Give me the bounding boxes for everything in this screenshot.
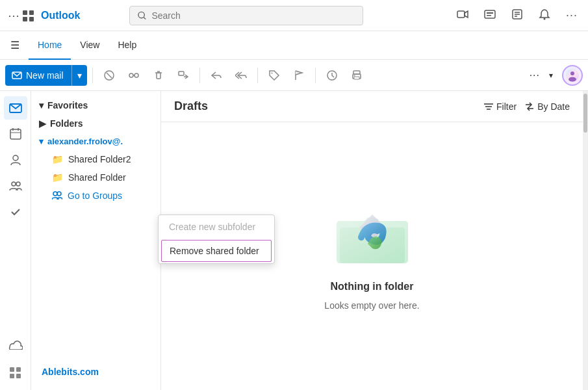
svg-point-34 bbox=[569, 77, 576, 81]
svg-point-25 bbox=[271, 72, 272, 73]
content-title: Drafts bbox=[174, 99, 208, 113]
sidebar-onedrive-icon[interactable] bbox=[4, 333, 27, 356]
flag-button[interactable] bbox=[288, 66, 310, 85]
svg-rect-36 bbox=[10, 129, 21, 139]
sidebar-mail-icon[interactable] bbox=[4, 96, 27, 120]
read-icon[interactable] bbox=[481, 6, 498, 25]
apps-grid-icon[interactable]: ⋯ bbox=[8, 8, 34, 23]
account-chevron: ▾ bbox=[39, 136, 44, 146]
svg-rect-1 bbox=[29, 10, 34, 15]
ribbon: ☰ Home View Help bbox=[0, 31, 588, 60]
filter-label: Filter bbox=[496, 101, 517, 112]
tab-home[interactable]: Home bbox=[29, 31, 71, 60]
new-mail-arrow-icon: ▾ bbox=[77, 70, 82, 81]
sidebar-apps-icon[interactable] bbox=[4, 361, 27, 385]
print-button[interactable] bbox=[346, 66, 368, 85]
svg-point-47 bbox=[53, 192, 57, 196]
junk-button[interactable] bbox=[98, 66, 120, 85]
title-bar: ⋯ Outlook ··· bbox=[0, 0, 588, 31]
svg-line-18 bbox=[107, 73, 112, 78]
search-input[interactable] bbox=[151, 10, 355, 21]
svg-point-20 bbox=[134, 73, 138, 77]
search-icon bbox=[138, 11, 146, 20]
svg-marker-7 bbox=[465, 11, 468, 18]
content-header-actions: Filter By Date bbox=[483, 101, 570, 112]
sidebar-tasks-icon[interactable] bbox=[4, 200, 27, 224]
svg-rect-0 bbox=[23, 10, 27, 15]
toolbar-sep-4 bbox=[315, 68, 316, 83]
notes-icon[interactable] bbox=[509, 6, 526, 25]
tag-button[interactable] bbox=[263, 66, 285, 85]
svg-rect-45 bbox=[10, 374, 14, 378]
empty-state-title: Nothing in folder bbox=[331, 281, 414, 292]
svg-rect-6 bbox=[457, 11, 465, 18]
hamburger-button[interactable]: ☰ bbox=[5, 34, 25, 57]
svg-rect-22 bbox=[157, 73, 160, 79]
svg-rect-3 bbox=[29, 17, 34, 21]
context-menu: Create new subfolder Remove shared folde… bbox=[158, 214, 275, 264]
go-to-groups[interactable]: Go to Groups bbox=[31, 187, 160, 205]
svg-line-5 bbox=[144, 17, 146, 19]
favorites-label: Favorites bbox=[47, 100, 88, 110]
folders-chevron: ▶ bbox=[39, 118, 46, 129]
toolbar: New mail ▾ ··· ▾ bbox=[0, 60, 588, 91]
delete-button[interactable] bbox=[147, 66, 170, 85]
reply-button[interactable] bbox=[205, 66, 227, 85]
scrollbar-thumb[interactable] bbox=[583, 94, 587, 133]
account-section[interactable]: ▾ alexander.frolov@. bbox=[31, 133, 160, 150]
shared-folder2-item[interactable]: 📁 Shared Folder2 bbox=[31, 150, 160, 168]
tab-help[interactable]: Help bbox=[109, 31, 146, 60]
groups-label: Go to Groups bbox=[68, 190, 122, 201]
filter-button[interactable]: Filter bbox=[483, 101, 517, 112]
account-label: alexander.frolov@. bbox=[47, 136, 123, 146]
more-icon[interactable]: ··· bbox=[563, 6, 580, 25]
bell-icon[interactable] bbox=[536, 6, 553, 25]
empty-state-subtitle: Looks empty over here. bbox=[324, 300, 419, 311]
new-mail-dropdown[interactable]: ▾ bbox=[71, 65, 87, 86]
sidebar-calendar-icon[interactable] bbox=[4, 122, 27, 146]
sort-label: By Date bbox=[537, 101, 570, 112]
account-button[interactable] bbox=[562, 65, 583, 86]
favorites-chevron: ▾ bbox=[39, 100, 44, 110]
reply-all-button[interactable] bbox=[230, 66, 252, 85]
create-subfolder-item[interactable]: Create new subfolder bbox=[159, 215, 274, 239]
svg-point-4 bbox=[138, 12, 144, 18]
move-button[interactable] bbox=[172, 66, 194, 85]
svg-point-33 bbox=[570, 72, 574, 75]
scrollbar[interactable] bbox=[583, 91, 588, 390]
remove-shared-folder-item[interactable]: Remove shared folder bbox=[161, 240, 272, 262]
toolbar-sep-1 bbox=[92, 68, 93, 83]
send-receive-button[interactable] bbox=[321, 66, 343, 85]
meet-now-icon[interactable] bbox=[454, 6, 471, 25]
groups-icon bbox=[52, 190, 62, 201]
ribbon-nav: Home View Help bbox=[29, 31, 146, 60]
sidebar-groups-icon[interactable] bbox=[4, 174, 27, 198]
toolbar-sep-2 bbox=[199, 68, 200, 83]
svg-point-48 bbox=[57, 192, 61, 196]
svg-rect-8 bbox=[485, 10, 495, 18]
svg-point-31 bbox=[353, 75, 355, 76]
categorize-button[interactable] bbox=[123, 66, 145, 85]
shared-folder-item[interactable]: 📁 Shared Folder bbox=[31, 168, 160, 187]
folders-section[interactable]: ▶ Folders bbox=[31, 114, 160, 133]
folders-label: Folders bbox=[50, 118, 83, 129]
sort-button[interactable]: By Date bbox=[524, 101, 570, 112]
svg-rect-2 bbox=[23, 17, 27, 21]
new-mail-button[interactable]: New mail ▾ bbox=[5, 65, 87, 86]
new-mail-main[interactable]: New mail bbox=[5, 65, 71, 86]
filter-icon bbox=[483, 101, 494, 112]
search-bar[interactable] bbox=[129, 6, 363, 25]
toolbar-more-button[interactable]: ··· bbox=[524, 66, 545, 85]
tab-view[interactable]: View bbox=[71, 31, 109, 60]
sidebar-contacts-icon[interactable] bbox=[4, 148, 27, 172]
shared-folder-label: Shared Folder bbox=[68, 172, 126, 183]
sort-icon bbox=[524, 101, 535, 112]
new-mail-label: New mail bbox=[26, 70, 64, 81]
main-area: ▾ Favorites ▶ Folders ▾ alexander.frolov… bbox=[0, 91, 588, 390]
envelope-icon bbox=[12, 70, 22, 81]
svg-rect-23 bbox=[179, 72, 184, 75]
svg-rect-9 bbox=[487, 12, 493, 14]
svg-rect-10 bbox=[487, 15, 491, 16]
favorites-section[interactable]: ▾ Favorites bbox=[31, 96, 160, 114]
toolbar-dropdown-icon[interactable]: ▾ bbox=[548, 68, 554, 83]
